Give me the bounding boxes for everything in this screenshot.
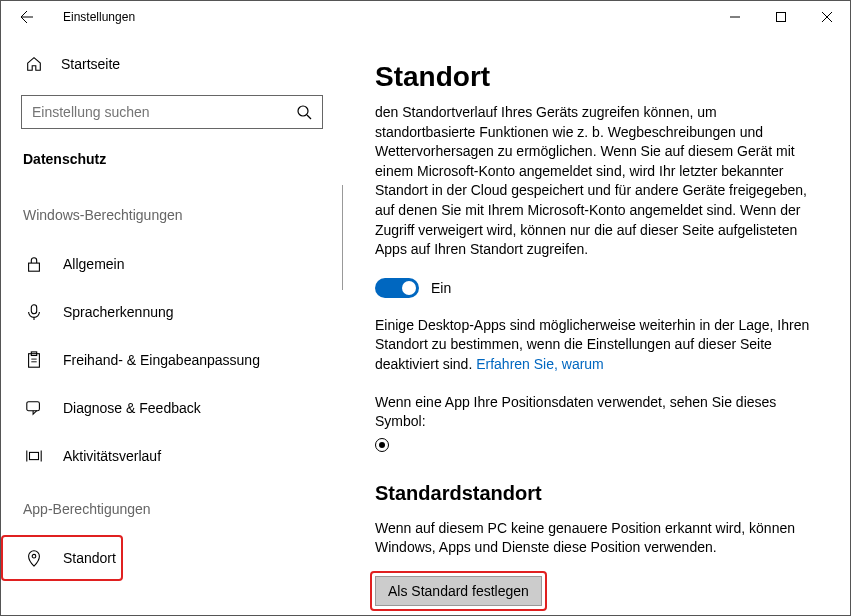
nav-label: Aktivitätsverlauf	[63, 448, 161, 464]
location-toggle-row: Ein	[375, 278, 818, 298]
nav-item-standort[interactable]: Standort	[21, 537, 323, 579]
nav-item-diagnose[interactable]: Diagnose & Feedback	[21, 387, 323, 429]
lock-icon	[25, 255, 43, 273]
sidebar: Startseite Datenschutz Windows-Berechtig…	[1, 33, 343, 615]
toggle-label: Ein	[431, 280, 451, 296]
page-heading: Standort	[375, 61, 818, 93]
section-windows-permissions: Windows-Berechtigungen	[21, 207, 323, 223]
desktop-apps-paragraph: Einige Desktop-Apps sind möglicherweise …	[375, 316, 818, 375]
close-button[interactable]	[804, 1, 850, 33]
search-box[interactable]	[21, 95, 323, 129]
titlebar: Einstellungen	[1, 1, 850, 33]
nav-item-spracherkennung[interactable]: Spracherkennung	[21, 291, 323, 333]
nav-item-allgemein[interactable]: Allgemein	[21, 243, 323, 285]
feedback-icon	[25, 399, 43, 417]
location-symbol-icon	[375, 438, 389, 452]
default-location-paragraph: Wenn auf diesem PC keine genauere Positi…	[375, 519, 818, 558]
history-icon	[25, 447, 43, 465]
home-icon	[25, 55, 43, 73]
selection-highlight	[1, 535, 123, 581]
clipboard-icon	[25, 351, 43, 369]
home-label: Startseite	[61, 56, 120, 72]
svg-rect-6	[29, 263, 40, 271]
svg-rect-7	[31, 305, 36, 314]
nav-label: Allgemein	[63, 256, 124, 272]
sidebar-divider	[342, 185, 343, 290]
search-input[interactable]	[32, 104, 296, 120]
minimize-button[interactable]	[712, 1, 758, 33]
category-label: Datenschutz	[21, 151, 323, 167]
nav-item-aktivitaet[interactable]: Aktivitätsverlauf	[21, 435, 323, 477]
search-icon	[296, 104, 312, 120]
svg-rect-12	[27, 402, 40, 411]
window-title: Einstellungen	[41, 10, 135, 24]
description-paragraph: den Standortverlauf Ihres Geräts zugreif…	[375, 103, 818, 260]
nav-label: Freihand- & Eingabeanpassung	[63, 352, 260, 368]
microphone-icon	[25, 303, 43, 321]
button-highlight	[370, 571, 547, 611]
set-default-button[interactable]: Als Standard festlegen	[375, 576, 542, 606]
svg-line-5	[307, 115, 311, 119]
nav-label: Diagnose & Feedback	[63, 400, 201, 416]
nav-item-freihand[interactable]: Freihand- & Eingabeanpassung	[21, 339, 323, 381]
location-toggle[interactable]	[375, 278, 419, 298]
svg-point-4	[298, 106, 308, 116]
maximize-button[interactable]	[758, 1, 804, 33]
main-panel: Standort den Standortverlauf Ihres Gerät…	[343, 33, 850, 615]
back-button[interactable]	[9, 1, 41, 33]
svg-rect-15	[30, 452, 39, 459]
default-location-heading: Standardstandort	[375, 482, 818, 505]
home-row[interactable]: Startseite	[21, 55, 323, 73]
nav-label: Spracherkennung	[63, 304, 174, 320]
symbol-text: Wenn eine App Ihre Positionsdaten verwen…	[375, 393, 818, 432]
svg-rect-1	[777, 13, 786, 22]
learn-why-link[interactable]: Erfahren Sie, warum	[476, 356, 604, 372]
section-app-permissions: App-Berechtigungen	[21, 501, 323, 517]
